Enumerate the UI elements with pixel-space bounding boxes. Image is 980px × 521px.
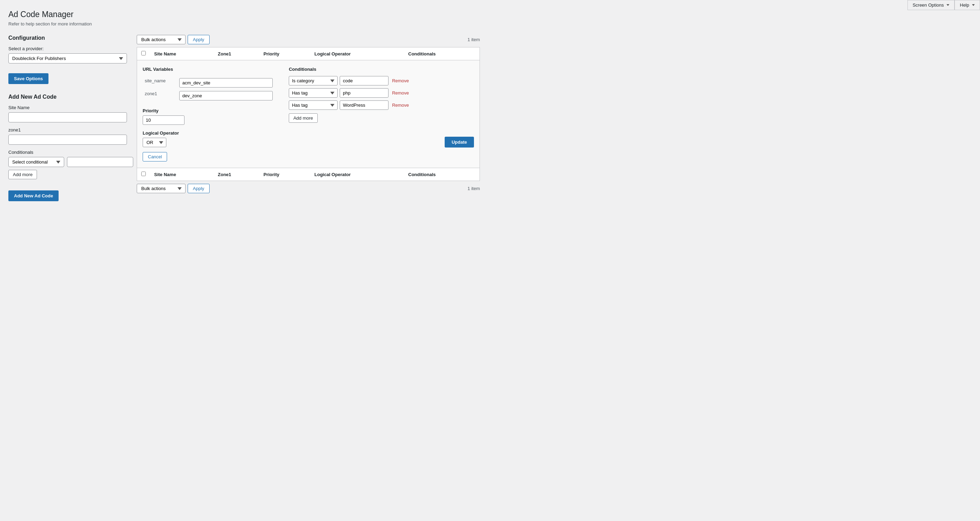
priority-label: Priority <box>143 108 275 113</box>
provider-field-group: Select a provider: Doubleclick For Publi… <box>8 46 127 64</box>
update-button[interactable]: Update <box>445 137 474 148</box>
url-var-label-site-name: site_name <box>143 77 177 89</box>
conditional-row-0: Is category Has tag Remove <box>289 76 474 86</box>
conditionals-row: Select conditional Is category Has tag <box>8 157 127 167</box>
header-checkbox-col <box>137 48 150 60</box>
logical-operator-select[interactable]: OR AND <box>143 138 166 147</box>
bottom-toolbar-left: Bulk actions Delete Apply <box>137 184 210 193</box>
footer-select-all-checkbox[interactable] <box>141 172 146 176</box>
top-table-toolbar: Bulk actions Delete Apply 1 item <box>137 35 480 44</box>
site-name-input[interactable] <box>8 112 127 122</box>
add-new-ad-code-button[interactable]: Add New Ad Code <box>8 191 59 201</box>
conditional-row-1: Is category Has tag Remove <box>289 88 474 98</box>
apply-button-top[interactable]: Apply <box>188 35 210 44</box>
bulk-actions-select-top[interactable]: Bulk actions Delete <box>137 35 186 44</box>
header-conditionals: Conditionals <box>404 48 480 60</box>
conditionals-field-group: Conditionals Select conditional Is categ… <box>8 149 127 179</box>
conditional-value-2[interactable] <box>340 100 388 110</box>
conditional-type-select-0[interactable]: Is category Has tag <box>289 76 337 86</box>
screen-options-label: Screen Options <box>913 2 944 8</box>
add-new-title: Add New Ad Code <box>8 94 127 100</box>
header-zone1: Zone1 <box>214 48 259 60</box>
expanded-content: URL Variables site_name <box>143 67 474 162</box>
screen-options-chevron-icon <box>947 4 949 6</box>
expanded-right: Conditionals Is category Has tag Remove <box>289 67 474 162</box>
url-var-label-zone1: zone1 <box>143 90 177 102</box>
url-var-input-site-name[interactable] <box>179 78 273 87</box>
page-title: Ad Code Manager <box>8 10 480 19</box>
help-button[interactable]: Help <box>955 0 980 10</box>
conditional-row-2: Is category Has tag Remove <box>289 100 474 110</box>
add-more-conditionals-row: Add more <box>289 113 474 123</box>
conditionals-expanded-header: Conditionals <box>289 67 474 72</box>
conditional-value-0[interactable] <box>340 76 388 86</box>
url-variables-header: URL Variables <box>143 67 275 72</box>
item-count-bottom: 1 item <box>468 186 480 191</box>
add-more-button[interactable]: Add more <box>8 170 37 179</box>
top-bar: Screen Options Help <box>907 0 980 10</box>
zone1-field-group: zone1 <box>8 127 127 145</box>
priority-input[interactable] <box>143 116 185 125</box>
zone1-label: zone1 <box>8 127 127 132</box>
logical-operator-field: Logical Operator OR AND <box>143 130 275 147</box>
cancel-button[interactable]: Cancel <box>143 152 167 162</box>
footer-header-conditionals: Conditionals <box>404 168 480 181</box>
help-label: Help <box>960 2 969 8</box>
url-var-input-cell-zone1 <box>178 90 274 102</box>
ad-code-table: Site Name Zone1 Priority Logical Operato… <box>137 47 480 181</box>
footer-header-site-name: Site Name <box>150 168 214 181</box>
url-vars-table: site_name zone1 <box>143 76 275 103</box>
page-wrapper: Ad Code Manager Refer to help section fo… <box>0 0 488 210</box>
site-name-label: Site Name <box>8 105 127 110</box>
footer-header-logical-operator: Logical Operator <box>310 168 404 181</box>
url-var-row-zone1: zone1 <box>143 90 274 102</box>
conditional-select[interactable]: Select conditional Is category Has tag <box>8 157 64 167</box>
footer-header-checkbox-col <box>137 168 150 181</box>
conditional-type-select-1[interactable]: Is category Has tag <box>289 88 337 98</box>
select-all-checkbox[interactable] <box>141 51 146 56</box>
remove-conditional-2[interactable]: Remove <box>391 103 410 108</box>
footer-header-row: Site Name Zone1 Priority Logical Operato… <box>137 168 480 181</box>
conditionals-label: Conditionals <box>8 149 127 155</box>
page-subtitle: Refer to help section for more informati… <box>8 21 480 27</box>
add-new-section: Add New Ad Code Site Name zone1 Conditio… <box>8 94 127 201</box>
header-site-name: Site Name <box>150 48 214 60</box>
zone1-input[interactable] <box>8 135 127 145</box>
bottom-table-toolbar: Bulk actions Delete Apply 1 item <box>137 184 480 193</box>
provider-label: Select a provider: <box>8 46 127 51</box>
url-var-input-zone1[interactable] <box>179 91 273 100</box>
footer-header-zone1: Zone1 <box>214 168 259 181</box>
site-name-field-group: Site Name <box>8 105 127 122</box>
logical-operator-label: Logical Operator <box>143 130 275 136</box>
screen-options-button[interactable]: Screen Options <box>907 0 955 10</box>
url-var-row-site-name: site_name <box>143 77 274 89</box>
right-panel: Bulk actions Delete Apply 1 item Site Na… <box>137 35 480 193</box>
configuration-title: Configuration <box>8 35 127 41</box>
add-more-conditionals-button[interactable]: Add more <box>289 113 317 123</box>
header-logical-operator: Logical Operator <box>310 48 404 60</box>
apply-button-bottom[interactable]: Apply <box>188 184 210 193</box>
priority-field: Priority <box>143 108 275 125</box>
main-layout: Configuration Select a provider: Doublec… <box>8 35 480 201</box>
left-panel: Configuration Select a provider: Doublec… <box>8 35 127 201</box>
help-chevron-icon <box>972 4 975 6</box>
item-count-top: 1 item <box>468 37 480 42</box>
bulk-actions-select-bottom[interactable]: Bulk actions Delete <box>137 184 186 193</box>
expanded-left: URL Variables site_name <box>143 67 275 162</box>
table-row: URL Variables site_name <box>137 60 480 168</box>
toolbar-left: Bulk actions Delete Apply <box>137 35 210 44</box>
footer-header-priority: Priority <box>259 168 310 181</box>
conditional-type-select-2[interactable]: Is category Has tag <box>289 100 337 110</box>
save-options-button[interactable]: Save Options <box>8 73 48 84</box>
conditional-value-input[interactable] <box>67 157 133 167</box>
provider-select[interactable]: Doubleclick For Publishers AdSense Custo… <box>8 53 127 64</box>
remove-conditional-1[interactable]: Remove <box>391 91 410 95</box>
url-var-input-cell-site-name <box>178 77 274 89</box>
remove-conditional-0[interactable]: Remove <box>391 78 410 83</box>
header-priority: Priority <box>259 48 310 60</box>
configuration-section: Configuration Select a provider: Doublec… <box>8 35 127 84</box>
table-header-row: Site Name Zone1 Priority Logical Operato… <box>137 48 480 60</box>
action-buttons-row: Cancel <box>143 152 275 162</box>
conditional-value-1[interactable] <box>340 88 388 98</box>
expanded-cell: URL Variables site_name <box>137 60 480 168</box>
